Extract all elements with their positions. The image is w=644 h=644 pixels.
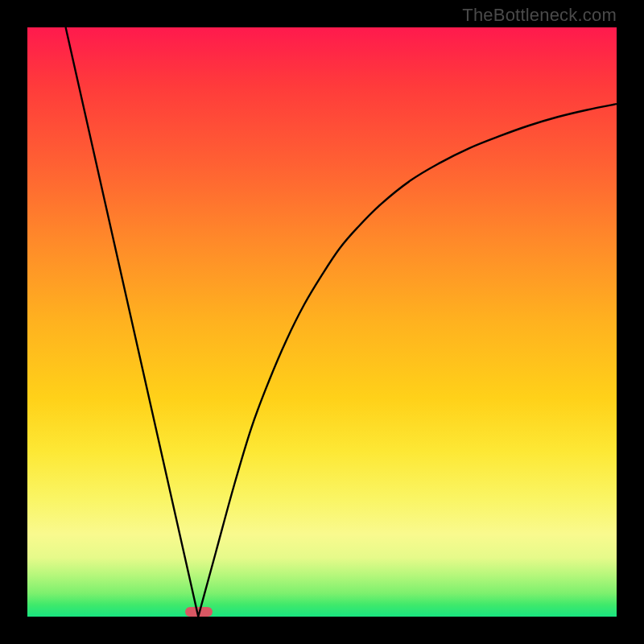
chart-container: TheBottleneck.com (0, 0, 644, 644)
curve-svg (27, 27, 617, 617)
plot-area (27, 27, 617, 617)
bottleneck-curve (66, 27, 617, 617)
attribution-text: TheBottleneck.com (462, 5, 617, 26)
